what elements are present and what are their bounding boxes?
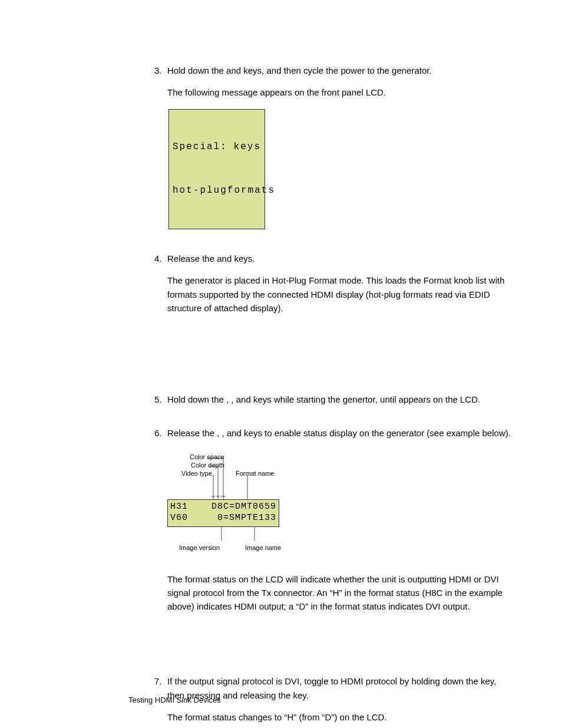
step-number: 4. bbox=[154, 252, 162, 265]
step-subtext: The format status changes to “H” (from “… bbox=[167, 710, 515, 724]
step-3: 3. Hold down the and keys, and then cycl… bbox=[154, 64, 515, 236]
step-number: 5. bbox=[154, 393, 162, 406]
step-text: Hold down the , , and keys while startin… bbox=[167, 394, 480, 404]
step-text: Release the and keys. bbox=[167, 253, 254, 263]
page-footer: Testing HDMI Sink Devices bbox=[128, 696, 221, 704]
step-number: 6. bbox=[154, 426, 162, 440]
step-number: 7. bbox=[154, 674, 162, 688]
step-number: 3. bbox=[154, 64, 162, 77]
lcd-display: Special: keys hot-plug formats bbox=[167, 108, 266, 230]
step-text: Release the , , and keys to enable statu… bbox=[167, 428, 511, 438]
step-subtext: The following message appears on the fro… bbox=[167, 85, 515, 99]
lcd-diagram: Color space Color depth Video type Forma… bbox=[167, 452, 309, 558]
step-6: 6. Release the , , and keys to enable st… bbox=[154, 426, 515, 613]
step-para: The generator is placed in Hot-Plug Form… bbox=[167, 274, 515, 315]
step-5: 5. Hold down the , , and keys while star… bbox=[154, 393, 515, 406]
step-4: 4. Release the and keys. The generator i… bbox=[154, 252, 515, 315]
step-text: Hold down the and keys, and then cycle t… bbox=[167, 65, 432, 75]
step-para: The format status on the LCD will indica… bbox=[167, 572, 515, 614]
lcd-display-status: H31D8C=DMT0659 V600=SMPTE133 bbox=[167, 499, 279, 527]
